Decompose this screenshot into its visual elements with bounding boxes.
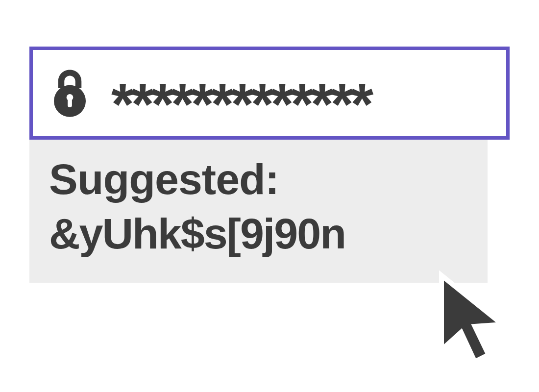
cursor-icon bbox=[424, 270, 522, 377]
password-widget: ************* Suggested: &yUhk$s[9j90n bbox=[29, 47, 510, 283]
password-suggestion-panel[interactable]: Suggested: &yUhk$s[9j90n bbox=[29, 140, 488, 283]
password-input[interactable]: ************* bbox=[29, 47, 510, 140]
password-masked-value: ************* bbox=[111, 74, 370, 133]
suggestion-label: Suggested: bbox=[49, 154, 468, 204]
suggestion-value: &yUhk$s[9j90n bbox=[49, 209, 468, 258]
svg-rect-2 bbox=[68, 98, 72, 107]
lock-icon bbox=[48, 61, 92, 125]
